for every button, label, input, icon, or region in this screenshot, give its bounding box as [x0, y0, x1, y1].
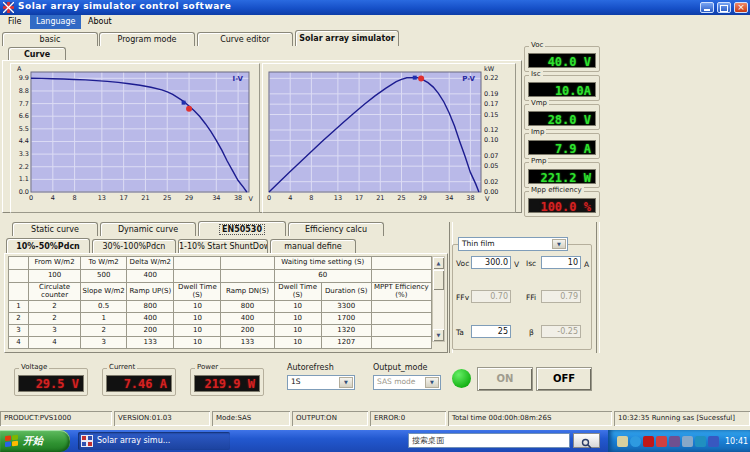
- param-ffi-field[interactable]: 0.79: [541, 290, 581, 303]
- svg-text:8.8: 8.8: [19, 87, 29, 95]
- tray-icon-security[interactable]: [695, 436, 706, 447]
- table-cell[interactable]: [371, 313, 431, 325]
- desktop-search-input[interactable]: [408, 433, 570, 448]
- windows-logo-icon: [5, 434, 19, 448]
- menu-file[interactable]: File: [2, 15, 27, 29]
- measurement-pmp-display: 221.2 W: [528, 169, 596, 184]
- tray-icon-updater[interactable]: [669, 436, 680, 447]
- param-beta-field[interactable]: -0.25: [541, 325, 581, 338]
- tray-icon-messenger[interactable]: [630, 436, 641, 447]
- chevron-down-icon[interactable]: ▼: [339, 377, 353, 388]
- subtab-10-50-pdcn[interactable]: 10%-50%Pdcn: [6, 238, 90, 253]
- scrollbar-thumb[interactable]: [433, 270, 444, 290]
- table-cell[interactable]: 2: [29, 313, 81, 325]
- table-cell[interactable]: 10: [174, 325, 221, 337]
- tab-efficiency-calcu[interactable]: Efficiency calcu: [288, 222, 384, 236]
- table-scrollbar[interactable]: ▲ ▼: [432, 256, 445, 342]
- tab-en50530[interactable]: EN50530: [198, 221, 286, 236]
- chevron-down-icon[interactable]: ▼: [552, 239, 566, 249]
- param-isc-field[interactable]: 10: [541, 256, 581, 269]
- minimize-button[interactable]: [700, 2, 714, 13]
- param-ta-field[interactable]: 25: [471, 325, 511, 338]
- tab-static-curve[interactable]: Static curve: [12, 222, 98, 236]
- tray-icon-network[interactable]: [682, 436, 693, 447]
- table-cell[interactable]: 200: [127, 325, 174, 337]
- menu-about[interactable]: About: [82, 15, 118, 29]
- tab-dynamic-curve[interactable]: Dynamic curve: [100, 222, 196, 236]
- table-cell[interactable]: 800: [221, 301, 274, 313]
- setting-to[interactable]: 500: [81, 270, 127, 283]
- setting-waiting-time[interactable]: 60: [274, 270, 371, 283]
- autorefresh-combobox[interactable]: 1S ▼: [287, 375, 355, 390]
- table-cell[interactable]: 10: [174, 301, 221, 313]
- module-type-value: Thin film: [462, 239, 495, 248]
- status-version: VERSION:01.03: [114, 411, 210, 426]
- table-cell[interactable]: 10: [274, 313, 321, 325]
- module-type-combobox[interactable]: Thin film ▼: [458, 237, 568, 251]
- subtab-30-100-pdcn[interactable]: 30%-100%Pdcn: [92, 239, 176, 253]
- table-cell[interactable]: [371, 325, 431, 337]
- restore-button[interactable]: [717, 2, 731, 13]
- table-cell[interactable]: 800: [127, 301, 174, 313]
- taskbar-item-solar-array[interactable]: Solar array simu...: [78, 432, 230, 450]
- table-cell[interactable]: [371, 337, 431, 349]
- table-cell[interactable]: 10: [274, 301, 321, 313]
- table-cell[interactable]: 1207: [321, 337, 371, 349]
- measurement-pmp-label: Pmp: [529, 157, 548, 165]
- close-button[interactable]: ×: [734, 2, 748, 13]
- table-cell[interactable]: 133: [221, 337, 274, 349]
- param-beta-label: β: [529, 328, 534, 337]
- table-cell[interactable]: 0.5: [81, 301, 127, 313]
- table-cell[interactable]: 4: [29, 337, 81, 349]
- status-output: OUTPUT:ON: [292, 411, 368, 426]
- table-cell[interactable]: 1320: [321, 325, 371, 337]
- tab-program-mode[interactable]: Program mode: [99, 32, 195, 46]
- status-bar: PRODUCT:PVS1000 VERSION:01.03 Mode:SAS O…: [0, 410, 750, 428]
- iv-chart-frame: 048131721252934380.01.12.23.34.45.56.67.…: [10, 63, 260, 213]
- tab-curve-editor[interactable]: Curve editor: [197, 32, 293, 46]
- table-cell[interactable]: 10: [274, 337, 321, 349]
- table-cell[interactable]: 10: [174, 313, 221, 325]
- tab-solar-array-simulator[interactable]: Solar array simulator: [295, 30, 399, 46]
- table-cell[interactable]: 2: [81, 325, 127, 337]
- tab-curve[interactable]: Curve: [8, 47, 66, 60]
- row-number-cell: 2: [9, 313, 29, 325]
- table-cell[interactable]: 3: [81, 337, 127, 349]
- measurement-imp-label: Imp: [529, 128, 546, 136]
- menu-language[interactable]: Language: [30, 15, 81, 29]
- table-cell[interactable]: 1: [81, 313, 127, 325]
- table-cell[interactable]: 3: [29, 325, 81, 337]
- tab-basic[interactable]: basic: [2, 32, 98, 46]
- setting-delta[interactable]: 400: [127, 270, 174, 283]
- table-cell[interactable]: 1700: [321, 313, 371, 325]
- table-cell[interactable]: 2: [29, 301, 81, 313]
- table-cell[interactable]: 200: [221, 325, 274, 337]
- search-button[interactable]: [573, 433, 600, 448]
- table-cell[interactable]: [371, 301, 431, 313]
- table-cell[interactable]: 400: [221, 313, 274, 325]
- table-cell[interactable]: 400: [127, 313, 174, 325]
- scroll-up-icon[interactable]: ▲: [433, 257, 444, 269]
- subtab-manual-define[interactable]: manual define: [270, 239, 356, 253]
- table-cell[interactable]: 3300: [321, 301, 371, 313]
- svg-text:9.9: 9.9: [19, 74, 29, 82]
- tray-icon-shield[interactable]: [708, 436, 719, 447]
- scroll-down-icon[interactable]: ▼: [433, 329, 444, 341]
- measurement-voc-label: Voc: [529, 41, 545, 49]
- power-label: Power: [195, 363, 220, 371]
- table-cell[interactable]: 10: [174, 337, 221, 349]
- setting-from[interactable]: 100: [29, 270, 81, 283]
- subtab-1-10-start-shuntdown[interactable]: 1-10% Start ShuntDown: [178, 239, 268, 253]
- table-cell[interactable]: 133: [127, 337, 174, 349]
- tray-icon-input-method[interactable]: [617, 436, 628, 447]
- tray-icon-antivirus[interactable]: [656, 436, 667, 447]
- tray-icon-ati[interactable]: [643, 436, 654, 447]
- on-button[interactable]: ON: [478, 368, 532, 390]
- param-voc-field[interactable]: 300.0: [471, 256, 511, 269]
- off-button[interactable]: OFF: [537, 368, 591, 390]
- table-cell[interactable]: 10: [274, 325, 321, 337]
- chevron-down-icon[interactable]: ▼: [425, 377, 439, 388]
- output-mode-combobox[interactable]: SAS mode ▼: [373, 375, 441, 390]
- param-ffv-field[interactable]: 0.70: [471, 290, 511, 303]
- start-button[interactable]: 开始: [0, 430, 70, 452]
